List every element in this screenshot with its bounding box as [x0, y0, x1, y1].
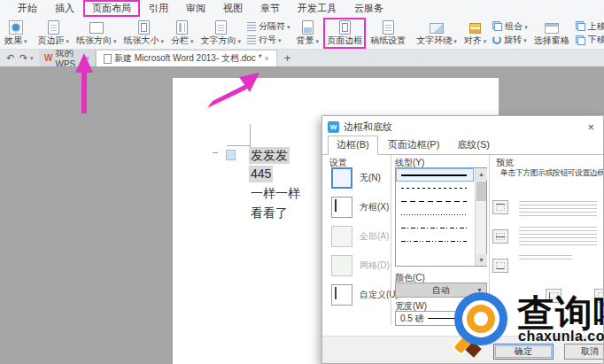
setting-none-label: 无(N) — [360, 172, 381, 184]
columns-button[interactable]: 分栏 — [168, 18, 197, 49]
text-wrap-label: 文字环绕 — [416, 35, 457, 47]
scroll-down-icon[interactable]: ▼ — [476, 254, 487, 266]
line-style-scrollbar[interactable]: ▲ ▼ — [475, 168, 486, 266]
preview-hint: 单击下方图示或按钮可设置边框 — [500, 167, 604, 179]
dialog-tab-page-border[interactable]: 页面边框(P) — [380, 136, 448, 154]
setting-grid-option: 网格(D) — [331, 255, 390, 276]
margins-button[interactable]: 页边距 — [35, 18, 73, 49]
orientation-button[interactable]: 纸张方向 — [74, 18, 120, 49]
setting-none-icon — [331, 167, 352, 189]
bring-forward-label: 上移一层 — [588, 20, 604, 33]
line-style-list[interactable]: ▲ ▼ — [395, 167, 487, 267]
tab-view[interactable]: 视图 — [214, 0, 252, 17]
background-icon — [302, 20, 314, 35]
selection-pane-button[interactable]: 选择窗格 — [531, 18, 572, 49]
preview-text-block — [519, 252, 572, 259]
tab-references[interactable]: 引用 — [140, 0, 177, 17]
home-document-tab[interactable]: W 我的WPS × — [39, 50, 96, 66]
setting-box-option[interactable]: 方框(X) — [331, 197, 389, 218]
home-tab-label: 我的WPS — [55, 50, 81, 66]
line-numbers-button[interactable]: 行号 — [247, 34, 290, 46]
dialog-tab-shading[interactable]: 底纹(S) — [449, 136, 498, 154]
document-text-line[interactable]: 445 — [249, 166, 273, 182]
document-text-line[interactable]: 发发发 — [249, 147, 290, 164]
line-style-dash-dot[interactable] — [396, 221, 474, 235]
redo-icon[interactable]: ↷ — [17, 52, 30, 64]
breaks-label: 分隔符 — [259, 20, 290, 33]
align-button[interactable]: 对齐 — [461, 18, 490, 49]
group-button[interactable]: 组合 — [492, 20, 528, 33]
tab-section[interactable]: 章节 — [252, 0, 289, 17]
scroll-up-icon[interactable]: ▲ — [476, 168, 487, 180]
tab-page-layout[interactable]: 页面布局 — [83, 0, 140, 17]
dialog-column-separator — [391, 155, 391, 325]
paper-setup-button[interactable]: 稿纸设置 — [368, 18, 408, 49]
margin-crop-mark — [250, 124, 251, 148]
setting-all-label: 全部(A) — [360, 230, 389, 243]
text-wrap-button[interactable]: 文字环绕 — [414, 18, 460, 49]
text-direction-label: 文字方向 — [201, 35, 242, 47]
line-style-dash-large[interactable] — [396, 195, 474, 208]
tab-home[interactable]: 开始 — [9, 0, 46, 17]
text-direction-button[interactable]: 文字方向 — [198, 18, 244, 49]
new-tab-button[interactable]: + — [284, 51, 291, 65]
group-label: 组合 — [505, 20, 528, 33]
document-text-line[interactable]: 一样一样 — [251, 185, 300, 202]
tab-cloud[interactable]: 云服务 — [345, 0, 392, 17]
cancel-button[interactable]: 取消 — [564, 344, 604, 360]
app-window: 开始 插入 页面布局 引用 审阅 视图 章节 开发工具 云服务 效果 页边距 纸… — [0, 0, 604, 364]
border-bottom-button[interactable] — [492, 259, 508, 273]
border-horizontal-button[interactable] — [492, 229, 508, 244]
effects-button[interactable]: 效果 — [2, 18, 30, 49]
close-tab-icon[interactable]: × — [85, 54, 89, 63]
dialog-tab-borders[interactable]: 边框(B) — [328, 136, 378, 155]
setting-custom-label: 自定义(U) — [360, 289, 399, 301]
breaks-icon — [247, 22, 256, 31]
document-tab-label: 新建 Microsoft Word 2013- 文档.doc * — [114, 52, 262, 65]
bring-forward-icon — [576, 21, 585, 31]
orientation-label: 纸张方向 — [76, 35, 117, 47]
layer-order-group: 上移一层 下移一层 — [574, 18, 604, 49]
setting-none-option[interactable]: 无(N) — [331, 167, 381, 189]
dialog-title-bar[interactable]: W 边框和底纹 × — [322, 116, 603, 137]
border-top-button[interactable] — [492, 200, 508, 214]
close-tab-icon[interactable]: × — [265, 54, 269, 63]
tab-review[interactable]: 审阅 — [177, 0, 214, 17]
paragraph-select-icon[interactable] — [226, 150, 236, 160]
bring-forward-button[interactable]: 上移一层 — [576, 20, 604, 33]
setting-custom-option[interactable]: 自定义(U) — [331, 284, 399, 306]
undo-icon[interactable]: ↶ — [4, 52, 17, 64]
line-style-dash-dot-dot[interactable] — [396, 235, 474, 248]
rotate-button[interactable]: 旋转 — [492, 34, 528, 46]
page-border-button[interactable]: 页面边框 — [323, 18, 366, 49]
breaks-button[interactable]: 分隔符 — [247, 20, 290, 33]
setting-grid-icon — [331, 255, 352, 276]
paper-setup-icon — [383, 20, 394, 35]
background-label: 背景 — [297, 35, 320, 47]
line-style-solid[interactable] — [396, 168, 474, 182]
group-rotate-group: 组合 旋转 — [491, 18, 530, 49]
send-backward-icon — [576, 35, 585, 45]
dialog-close-icon[interactable]: × — [584, 120, 598, 134]
ok-button[interactable]: 确定 — [493, 344, 554, 360]
paper-size-button[interactable]: 纸张大小 — [121, 18, 167, 49]
arrow-up-shaft — [81, 67, 87, 113]
align-label: 对齐 — [464, 35, 487, 47]
send-backward-label: 下移一层 — [588, 34, 604, 46]
active-document-tab[interactable]: 新建 Microsoft Word 2013- 文档.doc * × — [96, 50, 277, 66]
columns-label: 分栏 — [171, 35, 194, 47]
background-button[interactable]: 背景 — [294, 18, 322, 49]
page-border-label: 页面边框 — [327, 35, 362, 47]
scrollbar-thumb[interactable] — [476, 182, 486, 201]
document-tab-bar: ↶ ↷ ▾ W 我的WPS × 新建 Microsoft Word 2013- … — [0, 50, 604, 66]
send-backward-button[interactable]: 下移一层 — [576, 34, 604, 46]
document-text-line[interactable]: 看看了 — [251, 205, 288, 221]
tab-insert[interactable]: 插入 — [46, 0, 83, 17]
text-direction-icon — [215, 20, 227, 35]
document-icon — [104, 54, 112, 64]
line-style-dotted[interactable] — [396, 208, 474, 221]
quickbar-dropdown-icon[interactable]: ▾ — [30, 55, 39, 62]
tab-developer[interactable]: 开发工具 — [289, 0, 345, 17]
setting-grid-label: 网格(D) — [360, 259, 390, 272]
line-style-dash-small[interactable] — [396, 182, 474, 195]
